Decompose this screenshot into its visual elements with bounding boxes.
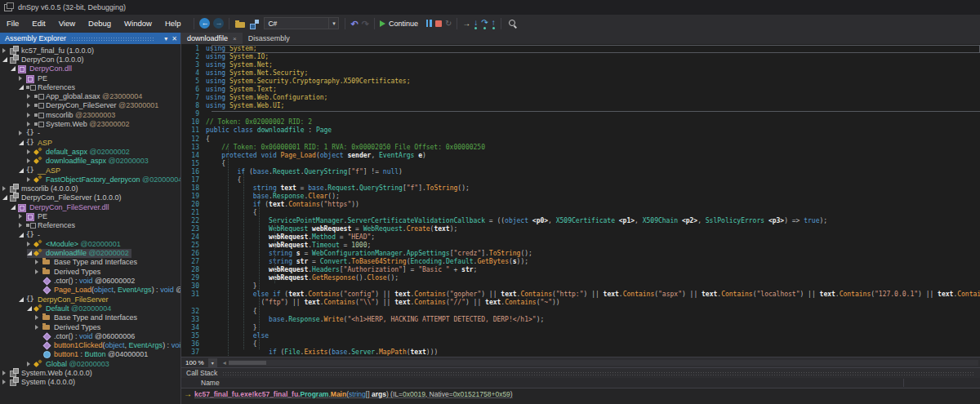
tree-row[interactable]: DerpyCon.dll: [0, 64, 180, 73]
code-line[interactable]: 8using System.Web.UI;: [181, 102, 980, 110]
tree-row[interactable]: References: [0, 221, 180, 230]
restart-button[interactable]: ↻: [445, 19, 452, 28]
expander-icon[interactable]: [27, 103, 34, 108]
tree-item[interactable]: kc57_final_fu (1.0.0.0): [2, 46, 96, 55]
code-line[interactable]: 16 if (base.Request.QueryString["f"] != …: [181, 168, 980, 176]
open-file-button[interactable]: [234, 19, 246, 29]
scroll-left-icon[interactable]: ◂: [223, 359, 226, 366]
code-line[interactable]: ("ftp") || text.Contains("\\") || text.C…: [181, 299, 980, 307]
code-line[interactable]: 37 if (File.Exists(base.Server.MapPath(t…: [181, 349, 980, 357]
step-over-button[interactable]: ↷: [481, 18, 488, 29]
expander-icon[interactable]: [2, 48, 10, 53]
tree-row[interactable]: App_global.asax @23000004: [0, 91, 180, 100]
break-button[interactable]: [426, 20, 432, 27]
tree-row[interactable]: System.Web @23000002: [0, 119, 180, 128]
tree-item[interactable]: button1 : Button @04000001: [35, 350, 150, 359]
tree-row[interactable]: <Module> @02000001: [0, 239, 180, 248]
tree-row[interactable]: PE: [0, 73, 180, 82]
code-line[interactable]: 36 {: [181, 340, 980, 349]
panel-close-icon[interactable]: ✕: [172, 35, 177, 42]
language-select[interactable]: C# ▾: [264, 17, 339, 29]
tree-row[interactable]: {}DerpyCon_FileServer: [0, 295, 180, 304]
tree-item[interactable]: Derived Types: [35, 322, 103, 331]
tree-item[interactable]: References: [19, 82, 78, 91]
tab-disassembly[interactable]: Disassembly: [243, 33, 296, 44]
code-line[interactable]: 1using System;: [181, 45, 980, 53]
tree-row[interactable]: Global @02000003: [0, 359, 180, 368]
tree-item[interactable]: Global @02000003: [27, 359, 112, 368]
code-line[interactable]: 32 {: [181, 308, 980, 316]
expander-icon[interactable]: [19, 297, 26, 302]
step-out-button[interactable]: ↑: [492, 18, 496, 29]
code-line[interactable]: 27 string str = Convert.ToBase64String(E…: [181, 258, 980, 266]
tree-row[interactable]: {}__ASP: [0, 166, 180, 175]
tree-row[interactable]: Derived Types: [0, 267, 180, 276]
code-line[interactable]: 5using System.Security.Cryptography.X509…: [181, 78, 980, 86]
tree-row[interactable]: PE: [0, 211, 180, 220]
tree-item[interactable]: DerpyCon_FileServer @23000001: [27, 101, 161, 110]
code-line[interactable]: 10// Token: 0x02000002 RID: 2: [181, 118, 980, 127]
expander-icon[interactable]: [2, 57, 10, 62]
tree-row[interactable]: mscorlib @23000003: [0, 110, 180, 119]
expander-icon[interactable]: [19, 140, 26, 145]
code-line[interactable]: 12{: [181, 135, 980, 144]
tree-row[interactable]: Page_Load(object, EventArgs) : void @060…: [0, 286, 180, 295]
tree-row[interactable]: DerpyCon_FileServer.dll: [0, 202, 180, 211]
tree-item[interactable]: .ctor() : void @06000002: [35, 276, 137, 285]
expander-icon[interactable]: [19, 223, 26, 228]
navigate-back-button[interactable]: ←: [199, 18, 210, 29]
tree-item[interactable]: DerpyCon_FileServer (1.0.0.0): [2, 193, 124, 202]
code-line[interactable]: 15 {: [181, 160, 980, 168]
expander-icon[interactable]: [19, 168, 26, 173]
expander-icon[interactable]: [19, 85, 26, 90]
navigate-forward-button[interactable]: →: [213, 18, 224, 29]
tree-row[interactable]: {}ASP: [0, 138, 180, 147]
menu-file[interactable]: File: [0, 19, 25, 28]
menu-view[interactable]: View: [52, 19, 82, 28]
tree-item[interactable]: mscorlib @23000003: [27, 110, 118, 119]
step-into-button[interactable]: ↓: [474, 18, 478, 29]
tree-row[interactable]: Derived Types: [0, 322, 180, 331]
expander-icon[interactable]: [35, 315, 42, 320]
scrollbar-thumb[interactable]: [229, 361, 266, 365]
code-line[interactable]: 29 webRequest.GetResponse().Close();: [181, 274, 980, 282]
code-line[interactable]: 7using System.Web.Configuration;: [181, 94, 980, 102]
code-line[interactable]: 14 protected void Page_Load(object sende…: [181, 152, 980, 160]
tab-close-icon[interactable]: ×: [233, 35, 237, 42]
horizontal-scrollbar[interactable]: [229, 360, 978, 366]
tree-item[interactable]: App_global.asax @23000004: [27, 91, 145, 100]
tree-row[interactable]: DerpyCon_FileServer @23000001: [0, 101, 180, 110]
code-line[interactable]: 25 webRequest.Timeout = 1000;: [181, 242, 980, 250]
tree-row[interactable]: mscorlib (4.0.0.0): [0, 184, 180, 193]
tree-row[interactable]: .ctor() : void @06000002: [0, 276, 180, 285]
tab-downloadfile[interactable]: downloadfile×: [181, 33, 243, 44]
tree-row[interactable]: Default @02000004: [0, 304, 180, 313]
zoom-dropdown-icon[interactable]: ▾: [208, 358, 217, 367]
code-line[interactable]: 22 ServicePointManager.ServerCertificate…: [181, 217, 980, 225]
tree-item[interactable]: <Module> @02000001: [27, 239, 123, 248]
redo-button[interactable]: ↷: [362, 19, 369, 29]
tree-row[interactable]: downloadfile @02000002: [0, 249, 180, 258]
tree-row[interactable]: .ctor() : void @06000006: [0, 331, 180, 340]
tree-item[interactable]: {}-: [19, 129, 42, 138]
tree-row[interactable]: {}-: [0, 230, 180, 239]
code-line[interactable]: 33 base.Response.Write("<h1>HERP, HACKIN…: [181, 316, 980, 324]
code-line[interactable]: 18 string text = base.Request.QueryStrin…: [181, 184, 980, 193]
menu-help[interactable]: Help: [158, 19, 188, 28]
continue-button[interactable]: Continue: [380, 20, 423, 28]
tree-item[interactable]: System.Web (4.0.0.0): [2, 368, 95, 377]
tree-item[interactable]: System (4.0.0.0): [2, 378, 78, 387]
tree-item[interactable]: References: [19, 221, 78, 230]
tree-item[interactable]: {}ASP: [19, 138, 55, 147]
column-divider[interactable]: [903, 379, 904, 387]
code-line[interactable]: 26 string s = WebConfigurationManager.Ap…: [181, 250, 980, 258]
expander-icon[interactable]: [19, 76, 26, 81]
code-line[interactable]: 17 {: [181, 176, 980, 184]
expander-icon[interactable]: [2, 186, 10, 191]
tree-row[interactable]: {}-: [0, 129, 180, 138]
show-in-assembly-explorer-button[interactable]: [249, 19, 260, 29]
menu-window[interactable]: Window: [118, 19, 158, 28]
chevron-down-icon[interactable]: ▾: [328, 18, 338, 29]
tree-row[interactable]: button1 : Button @04000001: [0, 350, 180, 359]
tree-item[interactable]: Default @02000004: [27, 304, 114, 313]
